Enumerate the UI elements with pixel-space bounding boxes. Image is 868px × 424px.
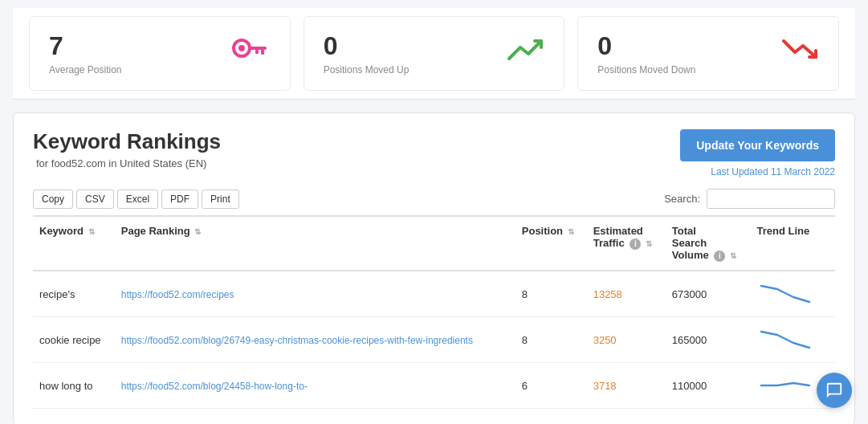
avg-position-value: 7 <box>49 31 122 61</box>
trend-line-svg <box>757 279 821 308</box>
cell-estimated-traffic: 3250 <box>587 317 666 363</box>
stat-card-positions-up: 0 Positions Moved Up <box>304 16 565 91</box>
svg-rect-3 <box>261 50 264 55</box>
toolbar-row: Copy CSV Excel PDF Print Search: <box>33 189 835 209</box>
main-content: Keyword Rankings for food52.com in Unite… <box>13 112 855 424</box>
cell-page-ranking: https://food52.com/blog/24458-how-long-t… <box>115 363 516 409</box>
print-button[interactable]: Print <box>202 190 239 209</box>
search-input[interactable] <box>707 189 835 209</box>
estimated-traffic-sort-icon: ⇅ <box>646 239 652 248</box>
cell-position: 8 <box>516 317 587 363</box>
search-row: Search: <box>664 189 835 209</box>
positions-up-value: 0 <box>324 31 410 61</box>
position-sort-icon: ⇅ <box>568 227 574 236</box>
cell-page-ranking: https://food52.com/blog/26749-easy-chris… <box>115 317 516 363</box>
trend-line-svg <box>757 371 821 400</box>
trend-line-svg <box>757 325 821 354</box>
stat-card-avg-position: 7 Average Position <box>29 16 291 91</box>
page-title: Keyword Rankings <box>33 129 221 154</box>
page-ranking-link[interactable]: https://food52.com/blog/24458-how-long-t… <box>121 381 308 392</box>
table-header-row: Keyword ⇅ Page Ranking ⇅ Position ⇅ Esti… <box>33 216 835 271</box>
cell-total-search-volume: 165000 <box>666 317 751 363</box>
header-row: Keyword Rankings for food52.com in Unite… <box>33 129 835 177</box>
rankings-table: Keyword ⇅ Page Ranking ⇅ Position ⇅ Esti… <box>33 215 835 409</box>
pdf-button[interactable]: PDF <box>161 190 198 209</box>
cell-keyword: recipe's <box>33 271 115 317</box>
csv-button[interactable]: CSV <box>76 190 114 209</box>
svg-rect-4 <box>255 50 259 54</box>
cell-estimated-traffic: 13258 <box>587 271 666 317</box>
svg-rect-2 <box>249 47 267 50</box>
last-updated-date: 11 March 2022 <box>771 166 835 177</box>
col-total-search-volume[interactable]: TotalSearchVolume i ⇅ <box>666 216 751 271</box>
keyword-sort-icon: ⇅ <box>88 227 95 236</box>
arrow-down-icon <box>780 36 819 71</box>
chat-bubble[interactable] <box>817 373 852 408</box>
cell-position: 6 <box>516 363 587 409</box>
table-row: cookie recipehttps://food52.com/blog/267… <box>33 317 835 363</box>
col-keyword[interactable]: Keyword ⇅ <box>33 216 115 271</box>
table-row: how long tohttps://food52.com/blog/24458… <box>33 363 835 409</box>
last-updated: Last Updated 11 March 2022 <box>711 166 835 177</box>
cell-position: 8 <box>516 271 587 317</box>
positions-up-label: Positions Moved Up <box>324 64 410 75</box>
col-position[interactable]: Position ⇅ <box>516 216 587 271</box>
page-ranking-sort-icon: ⇅ <box>194 227 201 236</box>
cell-page-ranking: https://food52.com/recipes <box>115 271 516 317</box>
arrow-up-icon <box>506 36 544 71</box>
copy-button[interactable]: Copy <box>33 190 73 209</box>
page-ranking-link[interactable]: https://food52.com/recipes <box>121 289 234 300</box>
positions-down-value: 0 <box>597 31 695 61</box>
cell-total-search-volume: 673000 <box>666 271 751 317</box>
cell-keyword: how long to <box>33 363 115 409</box>
col-estimated-traffic[interactable]: EstimatedTraffic i ⇅ <box>587 216 666 271</box>
table-row: recipe'shttps://food52.com/recipes813258… <box>33 271 835 317</box>
total-search-volume-info-icon: i <box>714 251 725 262</box>
update-keywords-button[interactable]: Update Your Keywords <box>680 129 835 161</box>
cell-estimated-traffic: 3718 <box>587 363 666 409</box>
stats-row: 7 Average Position 0 Positions Moved Up <box>13 8 855 100</box>
cell-trend-line <box>751 317 836 363</box>
page-ranking-link[interactable]: https://food52.com/blog/26749-easy-chris… <box>121 335 473 346</box>
last-updated-label: Last Updated <box>711 166 768 177</box>
key-icon <box>232 39 271 69</box>
cell-total-search-volume: 110000 <box>666 363 751 409</box>
page-subtitle: for food52.com in United States (EN) <box>36 157 221 169</box>
col-trend-line: Trend Line <box>751 216 836 271</box>
svg-point-1 <box>238 45 245 51</box>
stat-card-positions-down: 0 Positions Moved Down <box>577 16 839 91</box>
total-search-volume-sort-icon: ⇅ <box>730 251 736 260</box>
excel-button[interactable]: Excel <box>117 190 158 209</box>
avg-position-label: Average Position <box>49 64 122 75</box>
search-label: Search: <box>664 193 700 205</box>
col-page-ranking[interactable]: Page Ranking ⇅ <box>115 216 516 271</box>
positions-down-label: Positions Moved Down <box>597 64 695 75</box>
cell-trend-line <box>751 271 836 317</box>
export-buttons: Copy CSV Excel PDF Print <box>33 190 239 209</box>
cell-keyword: cookie recipe <box>33 317 115 363</box>
estimated-traffic-info-icon: i <box>630 238 641 250</box>
